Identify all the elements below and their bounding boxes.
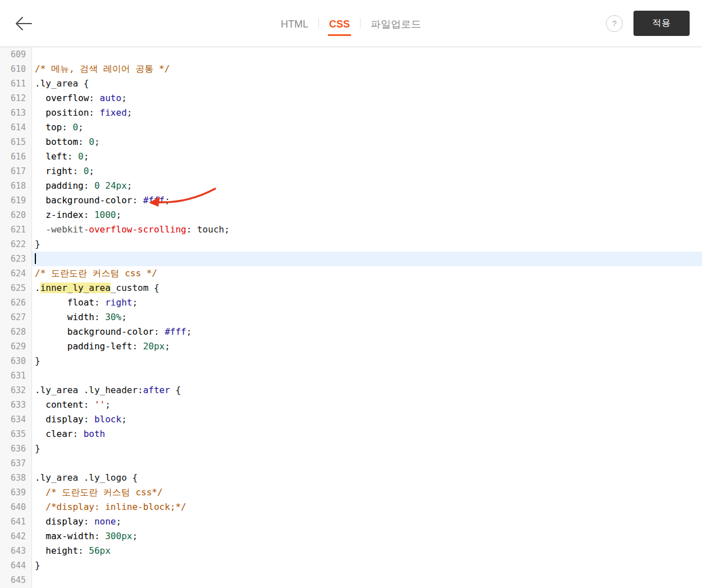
code-line[interactable]: [35, 368, 702, 383]
line-number: 620: [0, 208, 31, 222]
code-token: /* 도란도란 커스텀 css*/: [45, 487, 162, 498]
code-line[interactable]: [35, 573, 702, 587]
code-line[interactable]: height: 56px: [35, 544, 702, 558]
code-token: right: [45, 166, 72, 176]
code-token: float: [67, 297, 94, 308]
back-arrow-icon: [14, 15, 33, 32]
code-line[interactable]: /*display: inline-block;*/: [35, 500, 702, 514]
code-token: :: [84, 516, 94, 527]
code-token: padding: [45, 180, 83, 191]
code-token: max-width: [45, 531, 94, 541]
code-line[interactable]: left: 0;: [35, 149, 702, 164]
app-window: HTML CSS 파일업로드 ? 적용 60961061161261361461…: [0, 0, 702, 588]
code-line[interactable]: position: fixed;: [35, 106, 702, 120]
code-token: }: [35, 560, 40, 571]
help-button[interactable]: ?: [606, 15, 623, 32]
code-line[interactable]: max-width: 300px;: [35, 529, 702, 544]
code-token: [35, 151, 45, 162]
code-line[interactable]: /* 메뉴, 검색 레이어 공통 */: [35, 62, 702, 76]
code-token: {: [148, 282, 159, 293]
tab-file-upload[interactable]: 파일업로드: [370, 11, 422, 37]
code-token: [35, 297, 67, 308]
tab-css[interactable]: CSS: [328, 12, 351, 36]
code-token: ;: [94, 136, 100, 147]
line-number: 628: [0, 325, 31, 339]
line-number: 612: [0, 91, 31, 106]
code-token: :: [94, 531, 105, 541]
code-line[interactable]: width: 30%;: [35, 310, 702, 325]
code-line[interactable]: float: right;: [35, 295, 702, 310]
code-line[interactable]: top: 0;: [35, 120, 702, 135]
code-token: [35, 224, 45, 235]
code-area[interactable]: /* 메뉴, 검색 레이어 공통 */.ly_area { overflow: …: [32, 47, 702, 588]
code-line[interactable]: }: [35, 441, 702, 456]
code-token: :: [154, 326, 165, 337]
code-token: [100, 180, 106, 191]
tab-html[interactable]: HTML: [280, 12, 309, 36]
line-number: 619: [0, 193, 31, 208]
code-token: #fff: [143, 195, 165, 206]
code-line[interactable]: .ly_area .ly_logo {: [35, 471, 702, 485]
code-token: 20px: [143, 341, 165, 352]
line-number: 627: [0, 310, 31, 325]
code-token: }: [35, 443, 40, 454]
code-line[interactable]: display: none;: [35, 514, 702, 529]
code-token: 0: [72, 122, 78, 133]
code-token: [35, 195, 45, 206]
code-token: {: [78, 78, 89, 89]
code-line[interactable]: .inner_ly_area_custom {: [35, 281, 702, 295]
back-button[interactable]: [11, 11, 36, 36]
code-line[interactable]: bottom: 0;: [35, 135, 702, 149]
css-code-editor[interactable]: 6096106116126136146156166176186196206216…: [0, 47, 702, 588]
code-line[interactable]: right: 0;: [35, 164, 702, 179]
apply-button[interactable]: 적용: [633, 11, 690, 36]
code-line[interactable]: [35, 47, 702, 62]
code-token: right: [105, 297, 132, 308]
code-line[interactable]: clear: both: [35, 427, 702, 441]
line-number: 635: [0, 427, 31, 441]
code-token: .: [35, 282, 40, 293]
code-token: :: [78, 136, 89, 147]
code-token: block: [94, 414, 121, 425]
code-line[interactable]: }: [35, 558, 702, 573]
line-number: 638: [0, 471, 31, 485]
code-line[interactable]: }: [35, 237, 702, 252]
code-line[interactable]: /* 도란도란 커스텀 css */: [35, 266, 702, 281]
code-line[interactable]: padding: 0 24px;: [35, 179, 702, 193]
code-line[interactable]: background-color: #fff;: [35, 193, 702, 208]
code-token: 30%: [105, 312, 121, 322]
line-number: 621: [0, 222, 31, 237]
code-line[interactable]: /* 도란도란 커스텀 css*/: [35, 485, 702, 500]
code-token: :: [89, 107, 99, 118]
code-token: [35, 487, 45, 498]
code-token: [35, 341, 67, 352]
tab-divider: [360, 19, 361, 29]
code-line[interactable]: [35, 456, 702, 471]
code-token: ;: [116, 516, 122, 527]
code-token: '': [94, 399, 105, 410]
code-line[interactable]: overflow: auto;: [35, 91, 702, 106]
code-line[interactable]: .ly_area {: [35, 76, 702, 91]
code-line[interactable]: background-color: #fff;: [35, 325, 702, 339]
code-line[interactable]: display: block;: [35, 412, 702, 427]
code-line[interactable]: [32, 252, 702, 266]
code-token: ;: [165, 195, 170, 206]
code-line[interactable]: padding-left: 20px;: [35, 339, 702, 354]
code-token: :: [84, 414, 94, 425]
line-number: 615: [0, 135, 31, 149]
code-line[interactable]: .ly_area .ly_header:after {: [35, 383, 702, 398]
code-line[interactable]: content: '';: [35, 398, 702, 412]
code-token: .ly_area: [35, 472, 78, 483]
code-line[interactable]: }: [35, 354, 702, 368]
code-token: :: [132, 195, 143, 206]
line-number: 618: [0, 179, 31, 193]
code-token: :: [72, 166, 83, 176]
code-line[interactable]: -webkit-overflow-scrolling: touch;: [35, 222, 702, 237]
code-token: :: [78, 545, 89, 556]
code-token: height: [45, 545, 78, 556]
code-token: 300px: [105, 531, 132, 541]
code-line[interactable]: z-index: 1000;: [35, 208, 702, 222]
code-token: [35, 93, 45, 103]
code-token: after: [143, 385, 170, 395]
line-number: 611: [0, 76, 31, 91]
